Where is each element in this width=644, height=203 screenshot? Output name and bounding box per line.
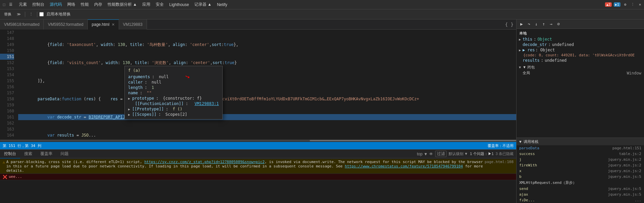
top-dropdown[interactable]: ▼ — [424, 152, 427, 156]
console-location[interactable]: page.html:108 — [485, 160, 514, 164]
menu-recorder[interactable]: 记录器 ▲ — [192, 1, 214, 8]
step-over-button[interactable]: ↷ — [526, 21, 532, 27]
results-key: results — [523, 58, 540, 63]
stack-item-fireWith[interactable]: fireWith jquery.min.js:2 — [517, 162, 644, 168]
stack-name-xmlhttp: XMLHttpRequest.send（异步） — [519, 180, 576, 185]
menu-right: ▲2 ▶1 ⚙ ⋮ ✕ — [605, 2, 643, 7]
settings-icon[interactable]: ⚙ — [622, 2, 628, 7]
line-161: 161 — [0, 114, 14, 120]
device-icon[interactable]: ☰ — [8, 2, 13, 7]
code-line-148: {field: 'visits_count', width: 130, titl… — [18, 60, 516, 66]
scope-global[interactable]: 全局 Window — [517, 70, 644, 76]
collapse-closure-icon[interactable]: ▼ — [518, 65, 522, 69]
error-icon: ❌ — [3, 175, 7, 179]
expand-this-icon[interactable]: ▶ — [518, 38, 522, 41]
tab-coverage[interactable]: 覆盖率 — [36, 150, 56, 158]
stack-loc-fde: ... — [635, 198, 641, 202]
filter-input[interactable]: 过滤 — [435, 151, 447, 157]
call-stack-header[interactable]: ▼ 调用堆栈 — [517, 138, 644, 145]
menu-netify[interactable]: Netify — [214, 2, 230, 8]
tab-label-vm129883: VM129883 — [123, 22, 143, 27]
tooltip-row-name: name: "" — [128, 90, 219, 96]
more-button[interactable]: ⋮ — [27, 11, 35, 17]
more-icon[interactable]: ⋮ — [630, 2, 635, 7]
tooltip-row-functionlocation: [[FunctionLocation]]: VM129883:1 — [128, 101, 219, 106]
close-icon[interactable]: ✕ — [637, 2, 643, 7]
tab-console[interactable]: 控制台 — [0, 150, 20, 158]
local-scope-header: 本地 — [517, 30, 644, 37]
console-link-1[interactable]: https://sy.cnzz.com/z_stat.php?id=127880… — [144, 160, 265, 164]
top-context-label: top — [417, 152, 423, 156]
scope-this[interactable]: ▶ this : Object — [517, 37, 644, 42]
console-link-2[interactable]: https://www.chromestatus.com/feature/571… — [345, 164, 463, 168]
line-151: 151 — [0, 54, 14, 60]
tab-pagehtml[interactable]: page.html ✕ — [88, 19, 119, 30]
tooltip-row-prototype[interactable]: ▶prototype: {constructor: f} — [128, 96, 219, 101]
deactivate-button[interactable]: ⊘ — [556, 21, 562, 27]
step-out-button[interactable]: ↑ — [541, 21, 547, 27]
stack-item-j[interactable]: j jquery.min.js:2 — [517, 157, 644, 162]
menu-console[interactable]: 控制台 — [30, 1, 47, 8]
tab-search[interactable]: 搜索 — [20, 150, 36, 158]
warning-icon: ⚠ — [3, 160, 5, 164]
decode-str-key: decode_str — [523, 42, 547, 47]
stack-item-success[interactable]: success table.js:2 — [517, 151, 644, 157]
expand-res-icon[interactable]: ▶ — [518, 48, 522, 52]
eye-button[interactable]: 👁 — [429, 152, 433, 156]
tab-issues[interactable]: 问题 — [56, 150, 73, 158]
resume-button[interactable]: ▶ — [519, 21, 525, 27]
stack-item-fde[interactable]: f↓De... ... — [517, 197, 644, 203]
inspect-icon[interactable]: ⬚ — [1, 2, 7, 7]
expand-button[interactable]: ≫ — [15, 11, 23, 17]
line-158: 158 — [0, 96, 14, 102]
menu-elements[interactable]: 元素 — [16, 1, 30, 8]
step-button[interactable]: → — [548, 21, 554, 27]
stack-loc-b: jquery.min.js:5 — [608, 174, 641, 179]
menu-application[interactable]: 应用 — [140, 1, 153, 8]
line-153: 153 — [0, 66, 14, 72]
replace-button[interactable]: 替换 — [2, 11, 13, 17]
menu-memory[interactable]: 内存 — [91, 1, 105, 8]
scrollbar-track[interactable] — [0, 140, 516, 141]
tab-vm58618[interactable]: VM58618:formatted — [0, 19, 44, 30]
line-159: 159 — [0, 102, 14, 108]
editor-status-bar: 第 151 行，第 34 列 覆盖率：不适用 — [0, 142, 516, 149]
global-label: 全局 — [523, 70, 530, 75]
menu-lighthouse[interactable]: Lighthouse — [166, 2, 192, 8]
menu-security[interactable]: 安全 — [153, 1, 166, 8]
code-content[interactable]: {field: 'taxoncount', width: 130, title:… — [17, 30, 516, 139]
tooltip-row-scopes[interactable]: ▶[[Scopes]]: Scopes[2] — [128, 112, 219, 117]
horizontal-scrollbar[interactable] — [0, 139, 516, 142]
stack-item-send[interactable]: send jquery.min.js:5 — [517, 186, 644, 192]
line-160: 160 — [0, 108, 14, 114]
scope-res[interactable]: ▶ ▶ res : Object — [517, 47, 644, 53]
scrollbar-thumb[interactable] — [310, 140, 516, 141]
scope-results[interactable]: results : undefined — [517, 58, 644, 63]
stack-item-x[interactable]: x jquery.min.js:2 — [517, 168, 644, 174]
line-150: 150 — [0, 48, 14, 54]
menu-performance[interactable]: 性能 — [78, 1, 91, 8]
stack-item-ajax[interactable]: ajax jquery.min.js:5 — [517, 192, 644, 197]
step-into-button[interactable]: ↓ — [533, 21, 539, 27]
level-dropdown[interactable]: 默认级别 ▼ — [449, 151, 468, 156]
tab-vm59552[interactable]: VM59552:formatted — [44, 19, 87, 30]
enable-local-checkbox[interactable] — [39, 12, 44, 16]
stack-item-b[interactable]: b jquery.min.js:5 — [517, 174, 644, 180]
stack-item-parseData[interactable]: parseData page.html:151 — [517, 145, 644, 151]
call-stack-section: ▼ 调用堆栈 parseData page.html:151 success t… — [517, 138, 644, 203]
variable-tooltip: f (a) arguments: null caller: null lengt… — [124, 66, 223, 119]
code-line-152: var results = JSO... — [18, 132, 516, 138]
tab-close-pagehtml[interactable]: ✕ — [112, 22, 115, 27]
line-148: 148 — [0, 36, 14, 42]
stack-loc-parseData: page.html:151 — [612, 146, 641, 150]
menu-sources[interactable]: 源代码 — [47, 1, 65, 8]
stack-name-b: b — [519, 174, 522, 179]
tooltip-row-proto[interactable]: ▶[[Prototype]]: f () — [128, 106, 219, 112]
scope-decode-str[interactable]: decode_str : undefined — [517, 42, 644, 47]
format-icon[interactable]: { } — [502, 22, 516, 27]
menu-network[interactable]: 网络 — [65, 1, 78, 8]
menu-profiler[interactable]: 性能数据分析 ▲ — [105, 1, 140, 8]
scope-closure[interactable]: ▼ ▼ 闭包 — [517, 64, 644, 70]
tab-vm129883[interactable]: VM129883 — [119, 19, 147, 30]
stack-name-send: send — [519, 187, 528, 191]
